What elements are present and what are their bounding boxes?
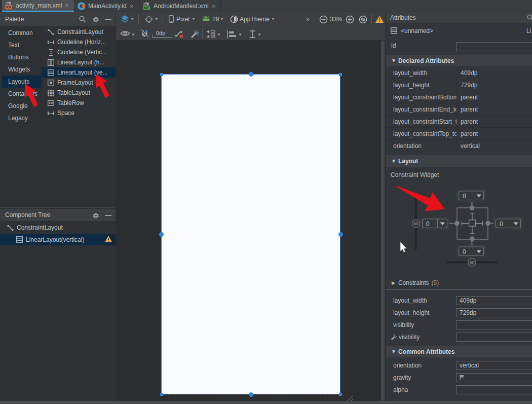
svg-text:50: 50 [470, 260, 475, 265]
svg-text:0: 0 [463, 193, 466, 200]
svg-text:50: 50 [413, 221, 419, 226]
svg-text:MF: MF [144, 6, 149, 10]
